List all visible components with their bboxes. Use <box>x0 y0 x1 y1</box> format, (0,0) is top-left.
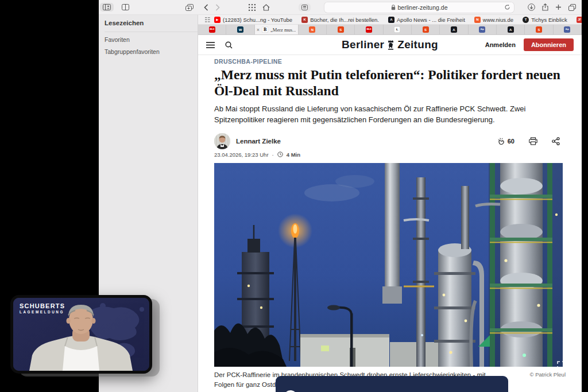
subscribe-button[interactable]: Abonnieren <box>524 38 574 51</box>
pip-title-line2: LAGEMELDUNG <box>20 310 65 314</box>
apollo-favicon: A <box>451 26 457 33</box>
bookmarks-grid-icon[interactable] <box>205 17 210 22</box>
brand-word-right: Zeitung <box>397 38 438 51</box>
author-row: Lennart Zielke 60 <box>214 133 566 150</box>
back-icon[interactable] <box>204 4 208 11</box>
tab[interactable]: S <box>525 25 553 34</box>
bookmark-item[interactable]: Nwww.nius.de <box>474 17 513 23</box>
new-tab-icon[interactable] <box>555 4 562 10</box>
tab[interactable]: N <box>299 25 327 34</box>
tab[interactable]: BILD <box>355 25 383 34</box>
image-credit: © Patrick Pleul <box>530 370 566 378</box>
bookmark-item[interactable]: TTichys Einblick <box>523 17 567 23</box>
downloads-icon[interactable] <box>528 3 535 11</box>
toolbar-main-zone: berliner-zeitung.de <box>198 2 582 13</box>
bookmark-label: Apollo News - ... die Freiheit <box>397 17 465 23</box>
bookmark-label: Tichys Einblick <box>531 17 567 23</box>
sidebar-item-favoriten[interactable]: Favoriten <box>105 32 198 44</box>
tab-bar: BILDW×B„Merz mus...NSBILDt.SAtkpAStkp <box>198 25 582 35</box>
lock-icon <box>391 5 396 10</box>
article-headline: „Merz muss mit Putin telefonieren“: Poli… <box>214 67 566 99</box>
tab[interactable]: t. <box>384 25 412 34</box>
forward-icon[interactable] <box>215 4 220 11</box>
tab-close-icon[interactable]: × <box>257 27 260 33</box>
search-icon[interactable] <box>225 41 233 49</box>
bild-favicon: BILD <box>366 26 372 33</box>
bookmark-label: (12283) Schu...ng - YouTube <box>223 17 292 23</box>
tab[interactable]: tkp <box>469 25 497 34</box>
bookmark-item[interactable]: KBücher, die Ih...rei bestellen. <box>301 17 379 23</box>
bear-crest-icon <box>387 40 394 50</box>
audio-player: 10 10 0:00 / 5:19 <box>276 376 508 392</box>
bild-favicon: BILD <box>209 26 215 33</box>
toolbar-sidebar-zone <box>99 3 198 11</box>
welt-favicon: W <box>237 26 243 33</box>
apollo-favicon: A <box>388 17 394 23</box>
taz-favicon: t. <box>394 26 400 33</box>
clap-icon <box>497 137 505 145</box>
tkp-favicon: tkp <box>479 26 485 33</box>
tab[interactable]: S <box>327 25 355 34</box>
bookmark-label: www.nius.de <box>483 17 513 23</box>
bookmarks-bar: ▶(12283) Schu...ng - YouTubeKBücher, die… <box>198 15 582 25</box>
tab[interactable]: A <box>497 25 525 34</box>
pip-branding: SCHUBERTS LAGEMELDUNG <box>20 302 65 314</box>
tab-overview-grid-icon[interactable] <box>249 4 256 11</box>
pip-title-line1: SCHUBERTS <box>20 302 65 310</box>
login-link[interactable]: Anmelden <box>485 41 516 48</box>
reader-page-icon[interactable] <box>299 3 311 11</box>
all-tabs-icon[interactable] <box>568 4 576 11</box>
tab[interactable]: A <box>440 25 468 34</box>
sidebar-title: Lesezeichen <box>105 20 198 32</box>
share-icon[interactable] <box>542 3 548 11</box>
tkp-favicon: tkp <box>564 26 570 33</box>
clock-icon <box>277 152 283 157</box>
author-name[interactable]: Lennart Zielke <box>236 138 281 145</box>
bookmark-item[interactable]: ▶(12283) Schu...ng - YouTube <box>214 17 292 23</box>
tichy-favicon: T <box>523 17 529 23</box>
tab[interactable]: W <box>226 25 254 34</box>
youtube-favicon: ▶ <box>214 17 220 23</box>
clap-count: 60 <box>508 138 514 145</box>
split-view-icon[interactable] <box>122 4 129 10</box>
right-app-region <box>582 0 588 392</box>
menu-hamburger-icon[interactable] <box>206 42 215 48</box>
refinery-illustration <box>214 163 563 367</box>
home-icon[interactable] <box>262 4 270 11</box>
share-article-icon[interactable] <box>552 137 560 145</box>
tab[interactable]: S <box>412 25 440 34</box>
url-text: berliner-zeitung.de <box>398 4 448 11</box>
article-kicker[interactable]: DRUSCHBA-PIPELINE <box>214 58 566 65</box>
site-header: Berliner Zeitung Anmelden Abonnieren <box>198 35 582 55</box>
sidebar-toggle-button[interactable] <box>100 3 114 11</box>
pip-video-window[interactable]: SCHUBERTS LAGEMELDUNG <box>10 295 152 374</box>
safari-window: berliner-zeitung.de <box>99 0 582 392</box>
bookmarks-list: ▶(12283) Schu...ng - YouTubeKBücher, die… <box>214 17 588 23</box>
bz-favicon: B <box>262 26 268 33</box>
sidebar-icon <box>103 4 111 10</box>
bookmark-label: Bücher, die Ih...rei bestellen. <box>310 17 379 23</box>
pip-video-screen: SCHUBERTS LAGEMELDUNG <box>13 298 149 371</box>
reload-icon[interactable] <box>504 4 510 10</box>
sidebar-item-tabgruppenfavoriten[interactable]: Tabgruppenfavoriten <box>105 44 198 56</box>
brand-word-left: Berliner <box>342 38 384 51</box>
article-subtitle: Ab Mai stoppt Russland die Lieferung von… <box>214 104 553 125</box>
clap-button[interactable]: 60 <box>497 137 514 145</box>
tab[interactable]: tkp <box>554 25 582 34</box>
article-hero-image <box>214 163 563 367</box>
kopp-favicon: K <box>301 17 308 23</box>
nius-favicon: N <box>474 17 481 23</box>
tab[interactable]: BILD <box>198 25 226 34</box>
url-bar[interactable]: berliner-zeitung.de <box>324 2 514 13</box>
print-icon[interactable] <box>529 137 537 145</box>
apollo-favicon: A <box>508 26 514 33</box>
berliner-zeitung-logo[interactable]: Berliner Zeitung <box>342 38 438 51</box>
tab-active[interactable]: ×B„Merz mus... <box>255 25 299 34</box>
bookmark-item[interactable]: AApollo News - ... die Freiheit <box>388 17 465 23</box>
new-tab-group-icon[interactable] <box>185 4 194 11</box>
author-avatar[interactable] <box>214 133 230 149</box>
read-time: 4 Min <box>287 152 300 158</box>
browser-toolbar: berliner-zeitung.de <box>99 0 582 15</box>
publish-date: 23.04.2026, 19:23 Uhr <box>214 152 269 158</box>
dot-separator: · <box>272 152 274 158</box>
